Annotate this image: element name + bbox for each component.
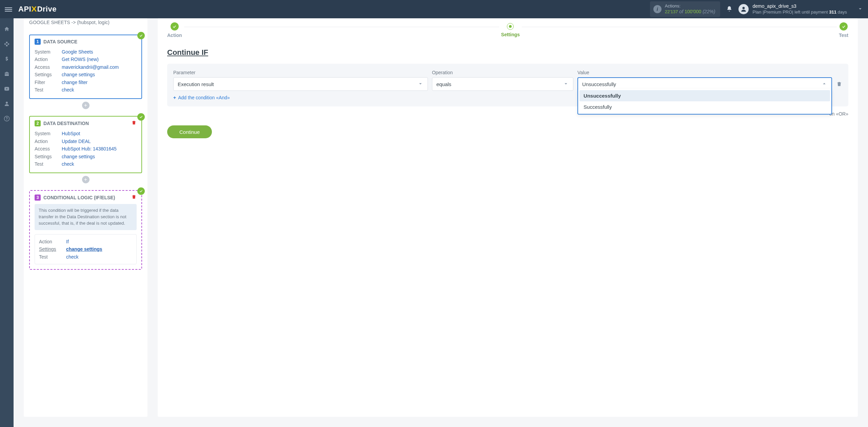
source-test-link[interactable]: check — [62, 86, 74, 94]
info-icon: i — [653, 5, 662, 13]
value-label: Value — [577, 70, 832, 75]
source-filter-link[interactable]: change filter — [62, 79, 87, 86]
step-action[interactable]: Action — [167, 22, 182, 38]
operation-label: Operation — [432, 70, 573, 75]
source-action-link[interactable]: Get ROWS (new) — [62, 56, 99, 63]
profile-block[interactable]: demo_apix_drive_s3 Plan |Premium PRO| le… — [738, 3, 847, 15]
step-number-badge: 1 — [35, 39, 41, 45]
nav-home-icon[interactable] — [0, 22, 14, 36]
condition-panel: Parameter Execution result Operation equ… — [167, 64, 848, 106]
chevron-down-icon[interactable] — [857, 6, 863, 13]
delete-condition-button[interactable] — [836, 81, 842, 88]
dest-title: DATA DESTINATION — [43, 121, 89, 126]
delete-conditional-button[interactable] — [131, 194, 137, 201]
source-access-link[interactable]: maverickandrii@gmail.com — [62, 63, 119, 71]
actions-pct: (22%) — [701, 9, 715, 14]
step-number-badge: 2 — [35, 120, 41, 126]
plan-line: Plan |Premium PRO| left until payment 31… — [753, 9, 847, 15]
dest-system-link[interactable]: HubSpot — [62, 130, 80, 137]
nav-billing-icon[interactable] — [0, 52, 14, 66]
actions-counter[interactable]: i Actions: 22'137 of 100'000 (22%) — [650, 1, 720, 17]
dest-access-link[interactable]: HubSpot Hub: 143801645 — [62, 145, 117, 152]
value-option-successfully[interactable]: Successfully — [579, 101, 830, 113]
source-settings-link[interactable]: change settings — [62, 71, 95, 78]
check-icon — [137, 113, 145, 121]
chevron-down-icon — [417, 81, 423, 88]
check-icon — [137, 32, 145, 39]
add-step-button[interactable]: + — [82, 176, 90, 183]
chevron-up-icon — [821, 81, 827, 88]
cond-description: This condition will be triggered if the … — [35, 204, 137, 230]
plus-icon: + — [173, 95, 176, 100]
conditional-card: 3 CONDITIONAL LOGIC (IF/ELSE) This condi… — [29, 190, 142, 270]
actions-total: 100'000 — [685, 9, 701, 14]
logo[interactable]: APIXDrive — [18, 5, 57, 14]
sidenav — [0, 18, 14, 427]
value-dropdown: Unsuccessfully Successfully — [577, 89, 832, 115]
dest-action-link[interactable]: Update DEAL — [62, 138, 91, 145]
breadcrumb: GOOGLE SHEETS -> (hubspot, logic) — [29, 18, 142, 28]
section-title: Continue IF — [167, 48, 848, 57]
source-card: 1 DATA SOURCE SystemGoogle Sheets Action… — [29, 35, 142, 99]
source-title: DATA SOURCE — [43, 39, 77, 44]
dest-test-link[interactable]: check — [62, 160, 74, 168]
step-test[interactable]: Test — [839, 22, 848, 38]
stepper: Action Settings Test — [167, 22, 848, 38]
operation-select[interactable]: equals — [432, 77, 573, 91]
avatar-icon — [738, 4, 749, 14]
nav-youtube-icon[interactable] — [0, 82, 14, 96]
cond-title: CONDITIONAL LOGIC (IF/ELSE) — [43, 195, 115, 200]
cond-action-link[interactable]: If — [66, 238, 69, 245]
parameter-select[interactable]: Execution result — [173, 77, 428, 91]
dest-settings-link[interactable]: change settings — [62, 153, 95, 160]
cond-test-link[interactable]: check — [66, 253, 79, 261]
step-number-badge: 3 — [35, 195, 41, 201]
svg-point-3 — [6, 120, 7, 120]
nav-user-icon[interactable] — [0, 97, 14, 110]
nav-help-icon[interactable] — [0, 112, 14, 125]
right-column: Action Settings Test Continue IF Paramet… — [158, 18, 858, 417]
user-name: demo_apix_drive_s3 — [753, 3, 847, 9]
actions-label: Actions: — [665, 3, 715, 9]
chevron-down-icon — [563, 81, 569, 88]
hamburger-icon[interactable] — [5, 6, 12, 12]
nav-briefcase-icon[interactable] — [0, 67, 14, 81]
value-option-unsuccessfully[interactable]: Unsuccessfully — [579, 90, 830, 101]
topbar: APIXDrive i Actions: 22'137 of 100'000 (… — [0, 0, 868, 18]
continue-button[interactable]: Continue — [167, 125, 212, 138]
parameter-label: Parameter — [173, 70, 428, 75]
step-settings[interactable]: Settings — [501, 23, 520, 37]
cond-settings-link[interactable]: change settings — [66, 245, 102, 253]
add-step-button[interactable]: + — [82, 102, 90, 109]
left-column: GOOGLE SHEETS -> (hubspot, logic) 1 DATA… — [24, 18, 147, 417]
source-system-link[interactable]: Google Sheets — [62, 48, 93, 56]
bell-icon[interactable] — [726, 6, 732, 13]
nav-connections-icon[interactable] — [0, 37, 14, 51]
delete-destination-button[interactable] — [131, 120, 137, 126]
svg-point-0 — [742, 7, 745, 9]
svg-point-1 — [6, 102, 8, 104]
check-icon — [137, 187, 145, 195]
destination-card: 2 DATA DESTINATION SystemHubSpot ActionU… — [29, 116, 142, 173]
actions-used: 22'137 — [665, 9, 678, 14]
